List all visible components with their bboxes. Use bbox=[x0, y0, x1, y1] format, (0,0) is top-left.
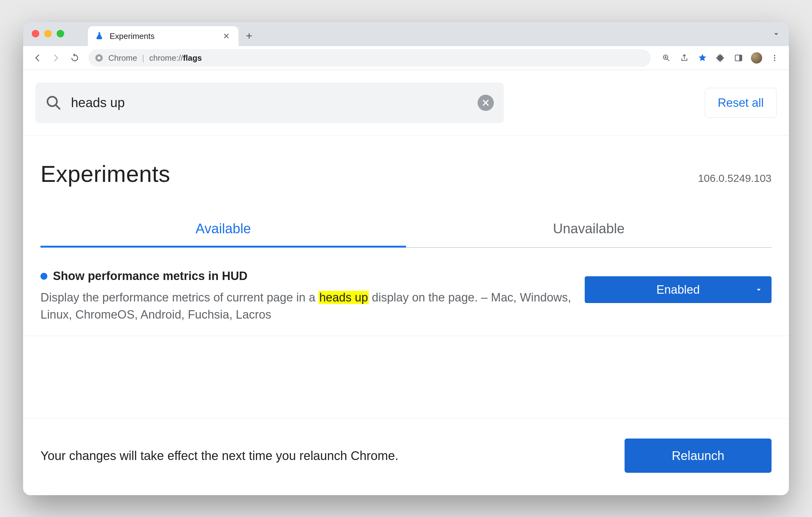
flag-state-value: Enabled bbox=[656, 283, 700, 296]
chrome-icon bbox=[95, 54, 104, 62]
minimize-window-button[interactable] bbox=[44, 30, 52, 37]
browser-tab[interactable]: Experiments ✕ bbox=[88, 26, 238, 46]
clear-search-icon[interactable] bbox=[477, 95, 494, 111]
flags-search-box bbox=[35, 83, 504, 123]
svg-point-7 bbox=[774, 59, 775, 61]
chevron-down-icon bbox=[754, 285, 763, 294]
flag-title-row: Show performance metrics in HUD bbox=[40, 269, 572, 283]
kebab-menu-icon[interactable] bbox=[766, 50, 783, 66]
browser-window: Experiments ✕ ＋ Chrome | chrome://flags bbox=[23, 22, 789, 495]
page-content: Reset all Experiments 106.0.5249.103 Ava… bbox=[23, 70, 789, 495]
forward-button[interactable] bbox=[48, 50, 64, 66]
zoom-icon[interactable] bbox=[658, 50, 674, 66]
svg-point-5 bbox=[774, 55, 775, 56]
flag-info: Show performance metrics in HUD Display … bbox=[40, 269, 572, 323]
address-bar[interactable]: Chrome | chrome://flags bbox=[88, 49, 651, 67]
close-tab-icon[interactable]: ✕ bbox=[221, 30, 232, 42]
reload-button[interactable] bbox=[67, 50, 83, 66]
close-window-button[interactable] bbox=[32, 30, 39, 37]
search-icon bbox=[46, 95, 62, 111]
back-button[interactable] bbox=[29, 50, 46, 66]
flag-desc-highlight: heads up bbox=[319, 291, 368, 304]
new-tab-button[interactable]: ＋ bbox=[243, 29, 255, 42]
relaunch-button[interactable]: Relaunch bbox=[625, 438, 772, 473]
bookmark-star-icon[interactable] bbox=[694, 50, 710, 66]
svg-point-6 bbox=[774, 57, 775, 59]
flags-tabs: Available Unavailable bbox=[40, 211, 772, 248]
maximize-window-button[interactable] bbox=[57, 30, 64, 37]
titlebar: Experiments ✕ ＋ bbox=[23, 22, 789, 46]
page-title: Experiments bbox=[40, 161, 170, 187]
share-icon[interactable] bbox=[676, 50, 692, 66]
tab-available[interactable]: Available bbox=[40, 211, 406, 248]
tab-title: Experiments bbox=[110, 31, 215, 41]
side-panel-icon[interactable] bbox=[730, 50, 747, 66]
url-separator: | bbox=[142, 53, 144, 63]
toolbar-actions bbox=[658, 50, 783, 66]
url-text: chrome://flags bbox=[149, 53, 202, 63]
flags-search-input[interactable] bbox=[70, 95, 469, 111]
profile-avatar[interactable] bbox=[749, 50, 765, 66]
tab-unavailable[interactable]: Unavailable bbox=[406, 211, 772, 248]
flag-description: Display the performance metrics of curre… bbox=[40, 289, 572, 323]
flag-desc-before: Display the performance metrics of curre… bbox=[40, 291, 319, 304]
relaunch-bar: Your changes will take effect the next t… bbox=[23, 418, 789, 495]
modified-dot-icon bbox=[40, 273, 47, 280]
tab-overflow-icon[interactable] bbox=[772, 29, 781, 39]
chrome-version: 106.0.5249.103 bbox=[698, 172, 772, 184]
toolbar: Chrome | chrome://flags bbox=[23, 46, 789, 70]
page-header: Experiments 106.0.5249.103 bbox=[23, 136, 789, 190]
extensions-icon[interactable] bbox=[713, 50, 729, 66]
svg-point-1 bbox=[97, 56, 100, 59]
flag-row: Show performance metrics in HUD Display … bbox=[23, 248, 789, 336]
url-origin-label: Chrome bbox=[108, 53, 137, 63]
url-scheme: chrome:// bbox=[149, 53, 183, 63]
svg-rect-4 bbox=[739, 55, 742, 61]
window-controls bbox=[32, 30, 64, 37]
flag-state-select[interactable]: Enabled bbox=[585, 276, 772, 303]
flag-title: Show performance metrics in HUD bbox=[53, 269, 248, 283]
reset-all-button[interactable]: Reset all bbox=[705, 88, 777, 118]
relaunch-message: Your changes will take effect the next t… bbox=[40, 449, 399, 463]
url-path: flags bbox=[183, 53, 202, 63]
flask-icon bbox=[95, 31, 104, 41]
search-row: Reset all bbox=[23, 70, 789, 136]
